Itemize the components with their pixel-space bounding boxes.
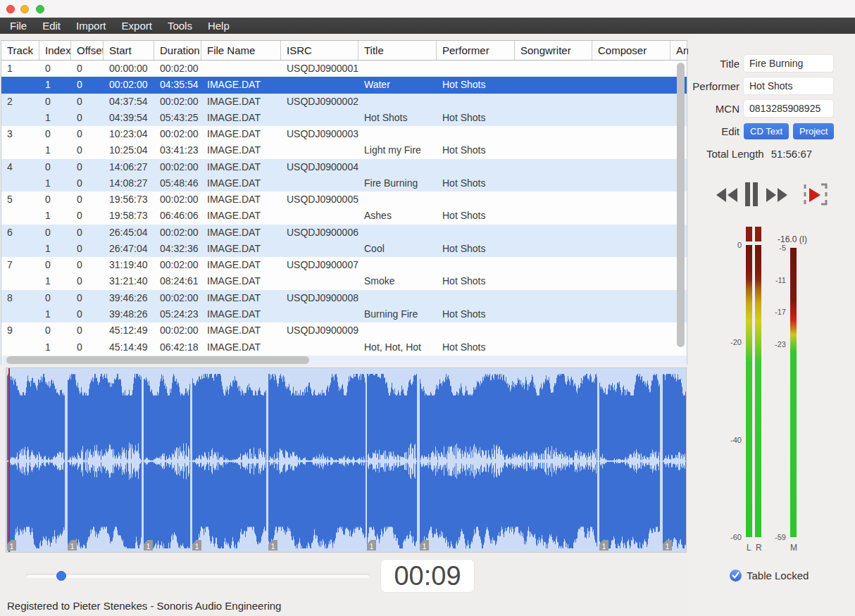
table-locked-checkbox[interactable] xyxy=(730,570,742,582)
cell-isrc xyxy=(281,273,358,289)
menu-export[interactable]: Export xyxy=(122,18,152,34)
horizontal-scrollbar-track xyxy=(1,356,687,365)
cell-composer xyxy=(592,208,670,224)
cell-isrc xyxy=(281,110,358,126)
cell-index: 1 xyxy=(39,110,71,126)
menu-tools[interactable]: Tools xyxy=(168,18,192,34)
table-row[interactable]: 50019:56:7300:02:00IMAGE.DATUSQDJ0900005 xyxy=(1,191,687,208)
table-row[interactable]: 1045:14:4906:42:18IMAGE.DATHot, Hot, Hot… xyxy=(1,339,687,356)
cell-index: 0 xyxy=(39,191,71,208)
menu-help[interactable]: Help xyxy=(208,18,230,34)
cell-start: 10:23:04 xyxy=(104,126,154,142)
table-row[interactable]: 30010:23:0400:02:00IMAGE.DATUSQDJ0900003 xyxy=(1,126,687,142)
cell-isrc xyxy=(281,339,358,356)
fast-forward-icon[interactable] xyxy=(766,187,788,203)
close-window-button[interactable] xyxy=(6,5,15,13)
table-row[interactable]: 1039:48:2605:24:23IMAGE.DATBurning FireH… xyxy=(1,306,687,322)
cell-index: 0 xyxy=(39,126,71,142)
table-row[interactable]: 1010:25:0403:41:23IMAGE.DATLight my Fire… xyxy=(1,142,687,158)
waveform-panel[interactable]: 111111111 xyxy=(6,367,687,553)
column-header-offset[interactable]: Offset xyxy=(71,41,104,60)
cell-duration: 05:24:23 xyxy=(154,306,201,322)
minimize-window-button[interactable] xyxy=(20,5,29,13)
playback-slider-knob[interactable] xyxy=(56,571,66,581)
cell-performer: Hot Shots xyxy=(437,142,515,158)
cell-offset: 0 xyxy=(71,61,104,77)
column-header-index[interactable]: Index xyxy=(39,41,71,60)
table-row[interactable]: 90045:12:4900:02:00IMAGE.DATUSQDJ0900009 xyxy=(1,322,687,339)
column-header-duration[interactable]: Duration xyxy=(154,41,201,60)
table-row[interactable]: 1000:02:0004:35:54IMAGE.DATWaterHot Shot… xyxy=(1,77,687,93)
zoom-window-button[interactable] xyxy=(36,5,44,13)
left-channel-label: L xyxy=(747,543,751,553)
cell-offset: 0 xyxy=(71,225,104,241)
mcn-input[interactable] xyxy=(744,100,833,117)
table-row[interactable]: 10000:00:0000:02:00USQDJ0900001 xyxy=(1,61,687,77)
track-table-header: TrackIndexOffsetStartDurationFile NameIS… xyxy=(1,41,687,61)
table-locked-label: Table Locked xyxy=(747,570,809,582)
cell-index: 0 xyxy=(39,159,71,175)
cell-songwriter xyxy=(515,339,592,356)
table-row[interactable]: 70031:19:4000:02:00IMAGE.DATUSQDJ0900007 xyxy=(1,257,687,273)
cell-duration: 00:02:00 xyxy=(154,257,201,273)
waveform-canvas[interactable] xyxy=(6,368,686,552)
menu-file[interactable]: File xyxy=(10,18,27,34)
cell-file: IMAGE.DAT xyxy=(201,306,281,322)
cell-composer xyxy=(592,306,670,322)
table-row[interactable]: 40014:06:2700:02:00IMAGE.DATUSQDJ0900004 xyxy=(1,159,687,175)
cell-composer xyxy=(592,191,670,208)
column-header-title[interactable]: Title xyxy=(358,41,437,60)
cell-track xyxy=(1,306,39,322)
cell-track xyxy=(1,77,39,93)
cell-songwriter xyxy=(515,142,592,158)
title-input[interactable] xyxy=(744,55,833,72)
cell-start: 00:00:00 xyxy=(104,61,154,77)
table-row[interactable]: 1019:58:7306:46:06IMAGE.DATAshesHot Shot… xyxy=(1,208,687,224)
table-row[interactable]: 1026:47:0404:32:36IMAGE.DATCoolHot Shots xyxy=(1,241,687,257)
table-row[interactable]: 20004:37:5400:02:00IMAGE.DATUSQDJ0900002 xyxy=(1,94,687,110)
column-header-track[interactable]: Track xyxy=(1,41,39,60)
cell-file: IMAGE.DAT xyxy=(201,339,281,356)
column-header-start[interactable]: Start xyxy=(104,41,154,60)
project-button[interactable]: Project xyxy=(793,123,834,139)
cell-file: IMAGE.DAT xyxy=(201,208,281,224)
m-scale-tick: -5 xyxy=(765,244,786,252)
table-row[interactable]: 1031:21:4008:24:61IMAGE.DATSmokeHot Shot… xyxy=(1,273,687,289)
cell-file: IMAGE.DAT xyxy=(201,290,281,306)
table-row[interactable]: 60026:45:0400:02:00IMAGE.DATUSQDJ0900006 xyxy=(1,225,687,241)
cell-title: Water xyxy=(358,77,437,93)
cell-offset: 0 xyxy=(71,110,104,126)
table-row[interactable]: 1004:39:5405:43:25IMAGE.DATHot ShotsHot … xyxy=(1,110,687,126)
cell-track: 5 xyxy=(1,191,39,208)
column-header-isrc[interactable]: ISRC xyxy=(281,41,358,60)
menu-edit[interactable]: Edit xyxy=(42,18,61,34)
playback-slider-track[interactable] xyxy=(26,574,370,578)
vertical-scrollbar[interactable] xyxy=(677,63,685,347)
cell-track xyxy=(1,110,39,126)
horizontal-scrollbar[interactable] xyxy=(6,356,309,364)
rewind-icon[interactable] xyxy=(716,187,738,203)
performer-input[interactable] xyxy=(744,77,833,94)
play-selection-icon[interactable] xyxy=(803,182,828,207)
column-header-composer[interactable]: Composer xyxy=(592,41,670,60)
column-header-file-name[interactable]: File Name xyxy=(201,41,281,60)
cell-title: Hot Shots xyxy=(358,110,437,126)
total-length-label: Total Length xyxy=(706,148,764,160)
cell-composer xyxy=(592,290,670,306)
cell-offset: 0 xyxy=(71,191,104,208)
cell-duration: 00:02:00 xyxy=(154,191,201,208)
column-header-arr[interactable]: Arr xyxy=(670,41,688,60)
cell-isrc: USQDJ0900008 xyxy=(281,290,358,306)
cell-index: 0 xyxy=(39,257,71,273)
menu-import[interactable]: Import xyxy=(76,18,106,34)
cell-songwriter xyxy=(515,94,592,110)
cell-duration: 05:48:46 xyxy=(154,175,201,191)
pause-icon[interactable] xyxy=(744,182,759,207)
edit-label: Edit xyxy=(689,125,739,137)
column-header-performer[interactable]: Performer xyxy=(437,41,515,60)
table-row[interactable]: 80039:46:2600:02:00IMAGE.DATUSQDJ0900008 xyxy=(1,290,687,306)
column-header-songwriter[interactable]: Songwriter xyxy=(515,41,592,60)
table-row[interactable]: 1014:08:2705:48:46IMAGE.DATFire BurningH… xyxy=(1,175,687,191)
right-panel: Title Performer MCN Edit CD Text Project… xyxy=(689,34,855,616)
cd-text-button[interactable]: CD Text xyxy=(744,123,789,139)
